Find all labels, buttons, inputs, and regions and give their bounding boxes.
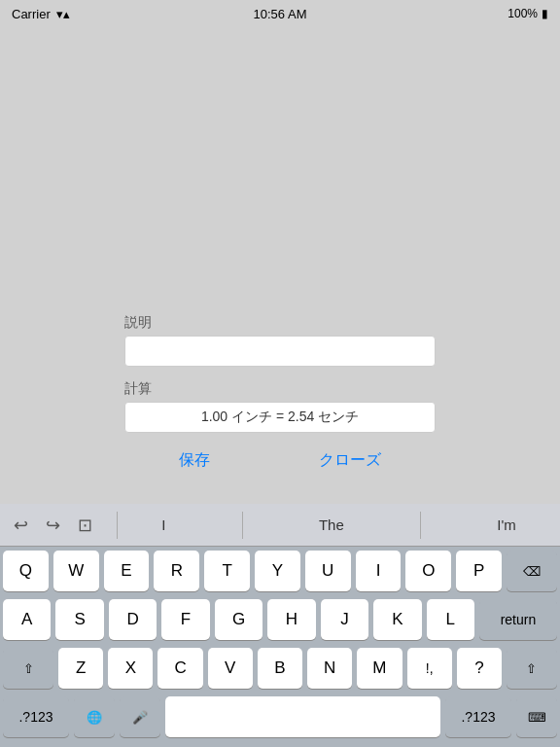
mic-key[interactable]: 🎤 — [120, 696, 160, 737]
status-right: 100% ▮ — [508, 7, 548, 20]
keyboard-keys: Q W E R T Y U I O P ⌫ A S D F G H J K L … — [0, 547, 560, 747]
key-j[interactable]: J — [321, 599, 368, 640]
autocomplete-bar: ↩ ↪ ⊡ I The I'm — [0, 504, 560, 547]
key-row-1: Q W E R T Y U I O P ⌫ — [3, 551, 557, 591]
calc-result: 1.00 インチ = 2.54 センチ — [124, 402, 436, 433]
battery-icon: ▮ — [542, 7, 548, 20]
suggestion-im[interactable]: I'm — [485, 513, 528, 537]
key-row-4: .?123 🌐 🎤 .?123 ⌨ — [3, 696, 557, 737]
key-d[interactable]: D — [109, 599, 157, 640]
action-buttons: 保存 クローズ — [124, 446, 436, 475]
delete-key[interactable]: ⌫ — [507, 551, 557, 591]
key-y[interactable]: Y — [255, 551, 300, 591]
main-content: 説明 計算 1.00 インチ = 2.54 センチ 保存 クローズ — [0, 27, 560, 504]
divider-s2 — [420, 512, 421, 539]
key-w[interactable]: W — [53, 551, 99, 591]
paste-button[interactable]: ⊡ — [74, 513, 96, 538]
undo-button[interactable]: ↩ — [10, 513, 32, 538]
divider-s1 — [242, 512, 243, 539]
description-input[interactable] — [124, 336, 436, 367]
status-time: 10:56 AM — [254, 7, 307, 21]
key-f[interactable]: F — [161, 599, 209, 640]
key-s[interactable]: S — [55, 599, 103, 640]
keyboard-area: ↩ ↪ ⊡ I The I'm Q W E R T Y U I O P ⌫ — [0, 504, 560, 747]
key-p[interactable]: P — [456, 551, 502, 591]
key-n[interactable]: N — [307, 648, 352, 689]
key-e[interactable]: E — [104, 551, 150, 591]
suggestion-the[interactable]: The — [307, 513, 356, 537]
status-left: Carrier ▾▴ — [12, 7, 70, 21]
autocomplete-suggestions: I The I'm — [118, 512, 560, 539]
key-z[interactable]: Z — [58, 648, 103, 689]
key-m[interactable]: M — [357, 648, 402, 689]
keyboard-key[interactable]: ⌨ — [516, 696, 557, 737]
close-button[interactable]: クローズ — [303, 446, 397, 475]
key-o[interactable]: O — [405, 551, 451, 591]
key-i[interactable]: I — [356, 551, 402, 591]
shift-key-left[interactable]: ⇧ — [3, 648, 53, 689]
redo-button[interactable]: ↪ — [42, 513, 64, 538]
form-container: 説明 計算 1.00 インチ = 2.54 センチ 保存 クローズ — [124, 314, 436, 475]
key-x[interactable]: X — [108, 648, 153, 689]
key-question[interactable]: ? — [457, 648, 502, 689]
label-calc: 計算 — [124, 380, 436, 398]
key-l[interactable]: L — [427, 599, 474, 640]
key-k[interactable]: K — [373, 599, 421, 640]
numeric-left-key[interactable]: .?123 — [3, 696, 69, 737]
key-b[interactable]: B — [258, 648, 302, 689]
key-v[interactable]: V — [208, 648, 253, 689]
key-t[interactable]: T — [204, 551, 250, 591]
suggestion-i[interactable]: I — [150, 513, 177, 537]
key-exclaim[interactable]: !, — [407, 648, 452, 689]
label-description: 説明 — [124, 314, 436, 332]
key-u[interactable]: U — [305, 551, 351, 591]
return-key[interactable]: return — [479, 599, 557, 640]
key-h[interactable]: H — [267, 599, 315, 640]
wifi-icon: ▾▴ — [56, 7, 70, 21]
key-r[interactable]: R — [154, 551, 199, 591]
autocomplete-tools: ↩ ↪ ⊡ — [0, 513, 117, 538]
key-row-2: A S D F G H J K L return — [3, 599, 557, 640]
save-button[interactable]: 保存 — [163, 446, 226, 475]
key-g[interactable]: G — [215, 599, 262, 640]
status-bar: Carrier ▾▴ 10:56 AM 100% ▮ — [0, 0, 560, 27]
numeric-right-key[interactable]: .?123 — [445, 696, 511, 737]
carrier-label: Carrier — [12, 7, 51, 21]
shift-key-right[interactable]: ⇧ — [507, 648, 557, 689]
battery-label: 100% — [508, 7, 538, 20]
globe-key[interactable]: 🌐 — [74, 696, 115, 737]
key-c[interactable]: C — [158, 648, 202, 689]
key-q[interactable]: Q — [3, 551, 49, 591]
space-key[interactable] — [165, 696, 440, 737]
key-a[interactable]: A — [3, 599, 51, 640]
key-row-3: ⇧ Z X C V B N M !, ? ⇧ — [3, 648, 557, 689]
